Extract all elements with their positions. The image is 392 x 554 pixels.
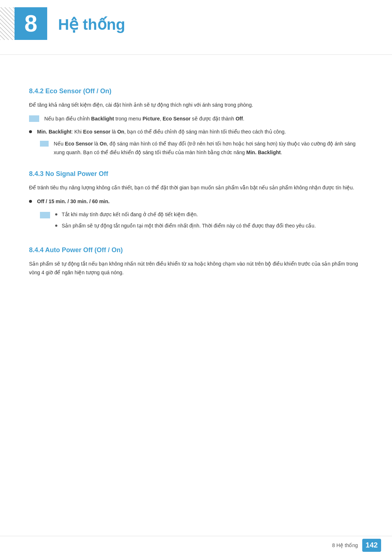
section-842-heading: 8.4.2 Eco Sensor (Off / On) — [29, 87, 363, 95]
bold-on-1: On — [117, 129, 124, 135]
section-844-intro: Sản phẩm sẽ tự động tắt nếu bạn không nh… — [29, 260, 363, 277]
header-divider — [0, 54, 392, 55]
bold-backlight: Backlight — [91, 116, 114, 122]
note-843: Tắt khi máy tính được kết nối đang ở chế… — [40, 210, 363, 234]
bullet-dot-1 — [29, 130, 32, 133]
sub-bullet-1: Tắt khi máy tính được kết nối đang ở chế… — [55, 210, 316, 219]
chapter-number: 8 — [24, 12, 37, 35]
note-842-1: Nếu bạn điều chỉnh Backlight trong menu … — [29, 115, 363, 123]
section-844-heading: 8.4.4 Auto Power Off (Off / On) — [29, 246, 363, 254]
bullet-dot-2 — [29, 200, 32, 203]
note-bar-843 — [40, 212, 50, 218]
bullet-item-minbacklight: Min. Backlight: Khi Eco sensor là On, bạ… — [29, 128, 363, 136]
bold-on-2: On — [100, 141, 107, 147]
bullet-minbacklight-text: Min. Backlight: Khi Eco sensor là On, bạ… — [37, 128, 286, 136]
main-content: 8.4.2 Eco Sensor (Off / On) Để tăng khả … — [0, 77, 392, 311]
sub-bullet-list-843: Tắt khi máy tính được kết nối đang ở chế… — [55, 210, 316, 231]
sub-bullet-dot-1 — [55, 213, 57, 216]
section-844: 8.4.4 Auto Power Off (Off / On) Sản phẩm… — [29, 246, 363, 277]
bullet-item-offmin: Off / 15 min. / 30 min. / 60 min. — [29, 197, 363, 206]
sub-note-bar-1 — [40, 141, 49, 147]
section-842-intro: Để tăng khả năng tiết kiệm điện, cài đặt… — [29, 101, 363, 110]
sub-bullet-dot-2 — [55, 225, 57, 227]
section-843: 8.4.3 No Signal Power Off Để tránh tiêu … — [29, 170, 363, 233]
bullet-list-843: Off / 15 min. / 30 min. / 60 min. — [29, 197, 363, 206]
sub-bullet-1-text: Tắt khi máy tính được kết nối đang ở chế… — [62, 210, 198, 219]
page-footer: 8 Hệ thống 142 — [0, 536, 392, 554]
bold-ecosensor-2: Eco sensor — [83, 129, 110, 135]
footer-number-box: 142 — [362, 539, 381, 552]
sub-note-842: Nếu Eco Sensor là On, độ sáng màn hình c… — [40, 140, 363, 157]
bold-off: Off — [236, 116, 243, 122]
bold-minbacklight-2: Min. Backlight — [246, 149, 281, 155]
chapter-number-box: 8 — [15, 7, 47, 40]
sub-bullet-2: Sản phẩm sẽ tự động tắt nguồn tại một th… — [55, 222, 316, 230]
footer-text: 8 Hệ thống — [332, 542, 358, 548]
bullet-offmin-text: Off / 15 min. / 30 min. / 60 min. — [37, 197, 110, 206]
sub-bullet-2-text: Sản phẩm sẽ tự động tắt nguồn tại một th… — [62, 222, 316, 230]
section-842: 8.4.2 Eco Sensor (Off / On) Để tăng khả … — [29, 87, 363, 157]
chapter-title: Hệ thống — [58, 14, 125, 33]
bold-offmin: Off / 15 min. / 30 min. / 60 min. — [37, 198, 110, 204]
note-843-content: Tắt khi máy tính được kết nối đang ở chế… — [55, 210, 316, 234]
sub-note-842-text: Nếu Eco Sensor là On, độ sáng màn hình c… — [54, 140, 363, 157]
bold-picture: Picture — [143, 116, 160, 122]
section-843-intro: Để tránh tiêu thụ năng lượng không cần t… — [29, 184, 363, 192]
bold-minbacklight: Min. Backlight — [37, 129, 72, 135]
bold-ecosensor: Eco Sensor — [163, 116, 191, 122]
page-header: 8 Hệ thống — [0, 0, 392, 69]
note-bar-1 — [29, 115, 39, 122]
bold-ecosensor-3: Eco Sensor — [65, 141, 93, 147]
footer-page-number: 142 — [366, 541, 377, 549]
note-842-1-text: Nếu bạn điều chỉnh Backlight trong menu … — [44, 115, 244, 123]
section-843-heading: 8.4.3 No Signal Power Off — [29, 170, 363, 178]
chapter-block: 8 Hệ thống — [0, 0, 392, 44]
bullet-list-842: Min. Backlight: Khi Eco sensor là On, bạ… — [29, 128, 363, 136]
